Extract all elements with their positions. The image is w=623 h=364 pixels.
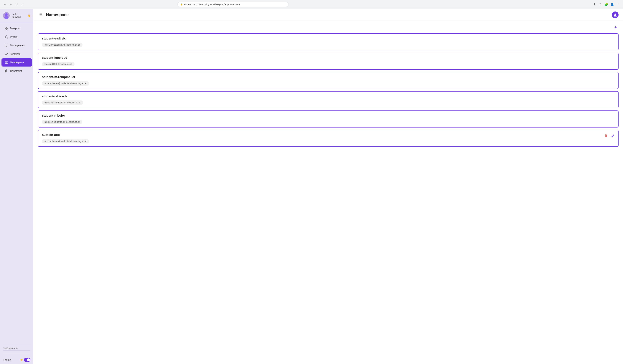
- theme-toggle[interactable]: ☀️: [20, 358, 30, 362]
- page-title: Namespace: [46, 12, 69, 17]
- sidebar-item-blueprint[interactable]: Blueprint: [1, 24, 32, 32]
- namespace-email: e.sljivic@students.htl-leonding.ac.at: [42, 43, 83, 47]
- paperclip-icon: [4, 69, 8, 73]
- sidebar-header: Hello, Beeyond 👋: [0, 9, 33, 22]
- namespace-card-student-n-hirsch: student-n-hirsch n.hirsch@students.htl-l…: [38, 91, 619, 108]
- sidebar-item-constraint[interactable]: Constraint: [1, 67, 32, 75]
- namespace-name: auction-app: [42, 133, 615, 137]
- sidebar-item-label: Template: [10, 52, 21, 55]
- hamburger-icon: ☰: [39, 13, 42, 17]
- sidebar-item-label: Namespace: [10, 61, 24, 64]
- sidebar-item-template[interactable]: Template: [1, 50, 32, 58]
- sidebar-theme: Theme ☀️: [0, 356, 33, 364]
- card-actions: [603, 133, 615, 138]
- edit-namespace-button[interactable]: [610, 133, 615, 138]
- app-container: Hello, Beeyond 👋 Blueprint: [0, 9, 623, 364]
- home-button[interactable]: ⌂: [20, 2, 25, 7]
- namespace-email: leocloud@htl-leonding.ac.at: [42, 62, 75, 66]
- lock-icon: 🔒: [180, 3, 183, 5]
- profile-button[interactable]: 👤: [610, 2, 615, 7]
- delete-namespace-button[interactable]: [603, 133, 609, 138]
- bookmark-button[interactable]: ☆: [598, 2, 603, 7]
- sidebar-item-management[interactable]: Management: [1, 41, 32, 49]
- svg-point-12: [615, 14, 616, 15]
- sidebar: Hello, Beeyond 👋 Blueprint: [0, 9, 33, 364]
- svg-point-9: [5, 54, 6, 55]
- namespace-email: m.remplbauer@students.htl-leonding.ac.at: [42, 81, 89, 86]
- namespace-name: student-leocloud: [42, 56, 615, 60]
- download-button[interactable]: ⬇: [592, 2, 597, 7]
- namespace-card-auction-app: auction-app m.remplbauer@students.htl-le…: [38, 130, 619, 147]
- toggle-track[interactable]: [24, 358, 30, 362]
- sidebar-divider-2: [3, 354, 30, 354]
- svg-point-7: [5, 36, 7, 37]
- svg-point-1: [5, 13, 8, 16]
- user-avatar-button[interactable]: [612, 11, 619, 18]
- chart-icon: [4, 52, 8, 56]
- grid-icon: [4, 26, 8, 30]
- sidebar-item-label: Management: [10, 44, 25, 47]
- namespace-card-student-m-remplbauer: student-m-remplbauer m.remplbauer@studen…: [38, 72, 619, 89]
- namespace-card-student-leocloud: student-leocloud leocloud@htl-leonding.a…: [38, 53, 619, 70]
- trash-icon: [604, 134, 608, 137]
- svg-rect-8: [5, 44, 8, 46]
- extensions-button[interactable]: 🧩: [604, 2, 609, 7]
- namespace-card-student-e-sljivic: student-e-sljivic e.sljivic@students.htl…: [38, 33, 619, 50]
- menu-button[interactable]: ⋮: [616, 2, 621, 7]
- avatar: [3, 12, 10, 19]
- sidebar-notifications: Notifications: 0: [0, 346, 33, 353]
- header-left: ☰ Namespace: [38, 12, 69, 18]
- notifications-text: Notifications: 0: [3, 347, 18, 350]
- sidebar-item-namespace[interactable]: Namespace: [1, 58, 32, 66]
- namespace-name: student-m-remplbauer: [42, 75, 615, 79]
- svg-rect-11: [5, 61, 8, 64]
- notifications-bar: [3, 350, 30, 351]
- header-right: [612, 11, 619, 18]
- sidebar-nav: Blueprint Profile Mana: [0, 22, 33, 343]
- namespace-name: student-n-hirsch: [42, 94, 615, 98]
- sidebar-item-label: Profile: [10, 35, 17, 38]
- main-content: ☰ Namespace + student-e-sljivic: [33, 9, 623, 364]
- namespace-icon: [4, 61, 8, 64]
- browser-chrome: ← → ↺ ⌂ 🔒 student.cloud.htl-leonding.ac.…: [0, 0, 623, 9]
- person-icon: [4, 35, 8, 39]
- svg-point-10: [6, 54, 7, 54]
- hamburger-button[interactable]: ☰: [38, 12, 44, 18]
- theme-label: Theme: [3, 358, 11, 361]
- svg-rect-6: [6, 29, 8, 30]
- namespace-email: n.hirsch@students.htl-leonding.ac.at: [42, 100, 83, 105]
- address-bar[interactable]: 🔒 student.cloud.htl-leonding.ac.at/beeyo…: [178, 2, 289, 7]
- svg-rect-4: [6, 27, 8, 28]
- sidebar-item-profile[interactable]: Profile: [1, 33, 32, 41]
- namespace-email: m.remplbauer@students.htl-leonding.ac.at: [42, 139, 89, 143]
- sidebar-divider: [3, 344, 30, 344]
- browser-nav-buttons: ← → ↺ ⌂: [2, 2, 25, 7]
- add-namespace-button[interactable]: +: [613, 24, 619, 30]
- back-button[interactable]: ←: [2, 2, 7, 7]
- forward-button[interactable]: →: [8, 2, 13, 7]
- content-top-bar: +: [38, 24, 619, 30]
- sidebar-item-label: Constraint: [10, 69, 22, 72]
- svg-rect-3: [5, 27, 6, 28]
- url-text: student.cloud.htl-leonding.ac.at/beeyond…: [184, 3, 240, 6]
- browser-actions: ⬇ ☆ 🧩 👤 ⋮: [592, 2, 621, 7]
- sun-icon: ☀️: [20, 359, 23, 361]
- sidebar-greeting: Hello, Beeyond 👋: [11, 13, 30, 18]
- edit-icon: [611, 134, 614, 137]
- namespace-card-student-n-bojer: student-n-bojer n.bojer@students.htl-leo…: [38, 110, 619, 128]
- toggle-thumb: [27, 358, 30, 361]
- namespace-email: n.bojer@students.htl-leonding.ac.at: [42, 120, 82, 124]
- svg-rect-5: [5, 29, 6, 30]
- reload-button[interactable]: ↺: [14, 2, 19, 7]
- namespace-name: student-n-bojer: [42, 114, 615, 118]
- sidebar-item-label: Blueprint: [10, 27, 20, 30]
- namespace-name: student-e-sljivic: [42, 37, 615, 41]
- main-header: ☰ Namespace: [33, 9, 623, 21]
- content-area: + student-e-sljivic e.sljivic@students.h…: [33, 21, 623, 364]
- monitor-icon: [4, 43, 8, 47]
